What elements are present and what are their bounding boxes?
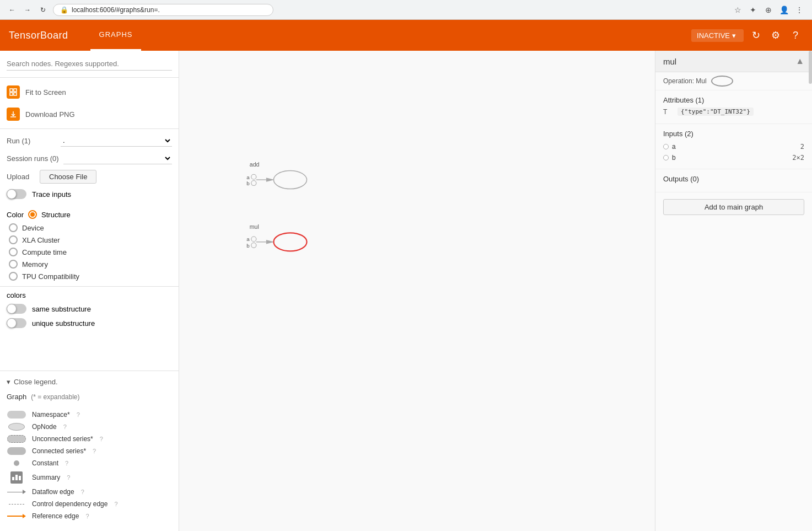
back-button[interactable]: ←	[7, 4, 18, 15]
extension-icon[interactable]: ✦	[747, 4, 759, 16]
extension2-icon[interactable]: ⊕	[762, 4, 775, 16]
menu-icon[interactable]: ⋮	[793, 4, 805, 16]
account-icon[interactable]: 👤	[778, 4, 790, 16]
browser-right: ☆ ✦ ⊕ 👤 ⋮	[732, 4, 805, 16]
refresh-button[interactable]: ↻	[37, 4, 49, 15]
url-text: localhost:6006/#graphs&run=.	[72, 6, 160, 14]
browser-chrome: ← → ↻ 🔒 localhost:6006/#graphs&run=. ☆ ✦…	[0, 0, 812, 20]
bookmark-icon[interactable]: ☆	[732, 4, 744, 16]
address-bar[interactable]: 🔒 localhost:6006/#graphs&run=.	[53, 4, 273, 16]
forward-button[interactable]: →	[22, 4, 33, 15]
lock-icon: 🔒	[60, 6, 68, 14]
